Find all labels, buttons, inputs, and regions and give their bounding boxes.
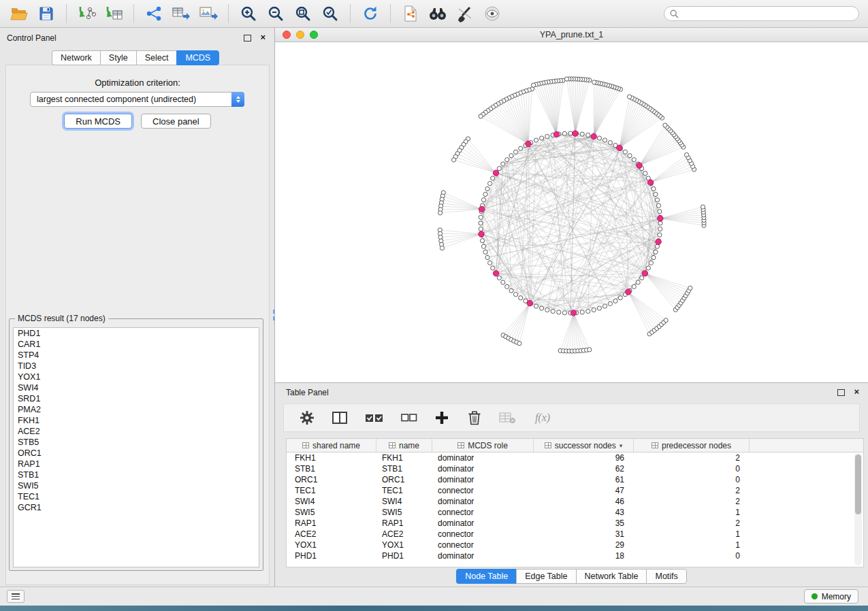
column-header-mcds-role[interactable]: MCDS role: [432, 439, 534, 452]
close-panel-icon[interactable]: ×: [854, 386, 859, 397]
float-panel-icon[interactable]: [244, 35, 251, 42]
result-item[interactable]: SRD1: [14, 393, 259, 404]
table-cell: 0: [634, 551, 750, 561]
zoom-fit-icon[interactable]: [293, 3, 313, 24]
column-header-shared-name[interactable]: shared name: [287, 439, 376, 452]
export-network-icon[interactable]: [144, 3, 164, 24]
toolbar-separator: [133, 4, 134, 23]
apply-style-icon[interactable]: [455, 3, 475, 24]
table-cell: dominator: [432, 551, 534, 561]
table-row[interactable]: ACE2ACE2connector311: [287, 529, 863, 540]
create-column-icon[interactable]: [432, 408, 451, 427]
minimize-window-icon[interactable]: [296, 31, 304, 39]
close-panel-button[interactable]: Close panel: [141, 114, 211, 129]
result-item[interactable]: PMA2: [14, 404, 259, 415]
column-header-successor-nodes[interactable]: successor nodes▾: [534, 439, 634, 452]
mcds-buttons-row: Run MCDS Close panel: [6, 114, 269, 129]
tab-select[interactable]: Select: [136, 50, 177, 65]
table-row[interactable]: RAP1RAP1dominator352: [287, 518, 863, 529]
table-row[interactable]: YOX1YOX1connector291: [287, 540, 863, 550]
column-type-icon: [652, 442, 658, 448]
table-row[interactable]: TEC1TEC1connector472: [287, 485, 863, 496]
tab-mcds[interactable]: MCDS: [176, 50, 219, 65]
maximize-window-icon[interactable]: [310, 31, 318, 39]
criterion-dropdown-value: largest connected component (undirected): [31, 95, 231, 104]
table-row[interactable]: STB1STB1dominator620: [287, 463, 863, 474]
result-item[interactable]: PHD1: [14, 328, 259, 339]
table-cell: 0: [634, 475, 750, 484]
show-columns-icon[interactable]: [330, 408, 349, 427]
zoom-out-icon[interactable]: [266, 3, 286, 24]
status-menu-button[interactable]: [7, 590, 25, 603]
import-network-icon[interactable]: [76, 3, 97, 24]
result-item[interactable]: STP4: [14, 350, 259, 361]
optimization-criterion-label: Optimization criterion:: [6, 78, 269, 88]
result-item[interactable]: SWI4: [14, 382, 259, 393]
scrollbar-thumb[interactable]: [855, 455, 861, 514]
tab-node-table[interactable]: Node Table: [456, 569, 516, 584]
result-item[interactable]: ORC1: [14, 448, 259, 459]
tab-network[interactable]: Network: [52, 50, 100, 65]
run-mcds-button[interactable]: Run MCDS: [64, 114, 132, 129]
column-header-predecessor-nodes[interactable]: predecessor nodes: [634, 439, 750, 452]
float-panel-icon[interactable]: [837, 389, 845, 396]
result-item[interactable]: SWI5: [14, 480, 259, 491]
search-input[interactable]: [682, 8, 853, 19]
refresh-icon[interactable]: [360, 3, 381, 24]
export-table-icon[interactable]: [171, 3, 191, 24]
result-item[interactable]: STB5: [14, 437, 259, 448]
result-item[interactable]: YOX1: [14, 371, 259, 382]
hide-table-icon-disabled: [498, 408, 517, 427]
memory-button[interactable]: Memory: [804, 589, 858, 604]
column-label: name: [399, 441, 419, 450]
table-row[interactable]: SWI5SWI5connector431: [287, 507, 863, 518]
table-cell: dominator: [432, 453, 534, 463]
clone-document-icon[interactable]: [400, 3, 421, 24]
network-canvas[interactable]: [275, 42, 868, 382]
control-panel: Control Panel × Network Style Select MCD…: [0, 28, 275, 587]
result-item[interactable]: RAP1: [14, 459, 259, 469]
criterion-dropdown[interactable]: largest connected component (undirected): [30, 92, 244, 107]
mcds-result-list[interactable]: PHD1CAR1STP4TID3YOX1SWI4SRD1PMA2FKH1ACE2…: [13, 327, 259, 567]
unselect-all-columns-icon[interactable]: [400, 408, 419, 427]
export-image-icon[interactable]: [198, 3, 219, 24]
save-session-icon[interactable]: [36, 3, 57, 24]
table-cell: RAP1: [376, 518, 432, 528]
show-graphics-details-icon[interactable]: [482, 3, 502, 24]
delete-column-icon[interactable]: [465, 408, 484, 427]
search-network-icon[interactable]: [428, 3, 448, 24]
result-item[interactable]: CAR1: [14, 339, 259, 350]
import-table-icon[interactable]: [103, 3, 124, 24]
table-scrollbar[interactable]: [854, 453, 862, 565]
table-settings-gear-icon[interactable]: [298, 408, 317, 427]
result-item[interactable]: ACE2: [14, 426, 259, 437]
zoom-in-icon[interactable]: [238, 3, 259, 24]
result-item[interactable]: TID3: [14, 361, 259, 371]
mcds-panel: Optimization criterion: largest connecte…: [5, 65, 270, 585]
tab-edge-table[interactable]: Edge Table: [516, 569, 575, 584]
zoom-selected-icon[interactable]: [320, 3, 340, 24]
result-item[interactable]: STB1: [14, 469, 259, 480]
column-header-name[interactable]: name: [376, 439, 432, 452]
result-item[interactable]: TEC1: [14, 491, 259, 502]
open-session-icon[interactable]: [9, 3, 29, 24]
table-row[interactable]: FKH1FKH1dominator962: [287, 452, 863, 463]
column-label: predecessor nodes: [662, 441, 731, 450]
column-label: shared name: [312, 441, 360, 450]
network-window-titlebar: YPA_prune.txt_1: [275, 28, 868, 42]
memory-status-dot: [811, 593, 818, 599]
dropdown-stepper-icon[interactable]: [231, 92, 244, 107]
table-cell: 1: [634, 508, 750, 517]
tab-network-table[interactable]: Network Table: [576, 569, 647, 584]
close-panel-icon[interactable]: ×: [260, 32, 266, 42]
table-row[interactable]: ORC1ORC1dominator610: [287, 474, 863, 485]
close-window-icon[interactable]: [283, 31, 291, 39]
table-row[interactable]: SWI4SWI4dominator462: [287, 496, 863, 507]
select-all-columns-icon[interactable]: [363, 408, 386, 427]
global-search-field[interactable]: [664, 6, 859, 21]
table-row[interactable]: PHD1PHD1dominator180: [287, 550, 863, 561]
result-item[interactable]: FKH1: [14, 415, 259, 426]
result-item[interactable]: GCR1: [14, 502, 259, 513]
tab-style[interactable]: Style: [100, 50, 136, 65]
tab-motifs[interactable]: Motifs: [646, 569, 686, 584]
